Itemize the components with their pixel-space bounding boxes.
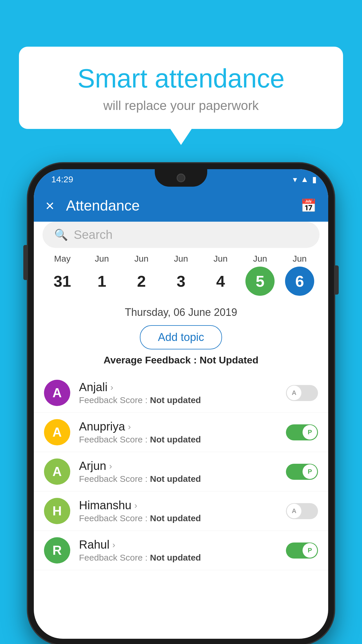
student-avatar: A — [44, 419, 70, 445]
add-topic-button[interactable]: Add topic — [140, 325, 222, 349]
search-icon: 🔍 — [54, 228, 68, 241]
calendar-day[interactable]: Jun5 — [245, 254, 275, 296]
calendar-date-number[interactable]: 5 — [245, 267, 275, 296]
calendar-month-label: May — [54, 254, 71, 264]
signal-icon: ▲ — [301, 175, 309, 184]
calendar-month-label: Jun — [134, 254, 148, 264]
app-bar: × Attendance 📅 — [34, 190, 328, 222]
calendar-day[interactable]: Jun4 — [206, 254, 235, 296]
speech-bubble-container: Smart attendance will replace your paper… — [19, 47, 343, 129]
attendance-toggle-wrapper[interactable]: P — [286, 424, 318, 440]
student-info: Himanshu ›Feedback Score : Not updated — [79, 499, 277, 523]
toggle-knob: P — [303, 543, 317, 558]
avg-feedback: Average Feedback : Not Updated — [34, 354, 328, 366]
avg-feedback-value: Not Updated — [200, 354, 259, 365]
battery-icon: ▮ — [312, 175, 317, 184]
bubble-subtitle: will replace your paperwork — [39, 98, 323, 113]
status-icons: ▾ ▲ ▮ — [293, 175, 317, 184]
student-item[interactable]: HHimanshu ›Feedback Score : Not updatedA — [34, 491, 328, 531]
attendance-toggle-wrapper[interactable]: P — [286, 542, 318, 559]
calendar-day[interactable]: Jun2 — [127, 254, 156, 296]
student-feedback: Feedback Score : Not updated — [79, 435, 277, 444]
speech-bubble: Smart attendance will replace your paper… — [19, 47, 343, 129]
chevron-right-icon: › — [110, 382, 113, 392]
calendar-day[interactable]: Jun6 — [285, 254, 314, 296]
attendance-toggle[interactable]: P — [286, 542, 318, 559]
close-button[interactable]: × — [45, 198, 54, 213]
student-avatar: R — [44, 537, 70, 564]
selected-date-label: Thursday, 06 June 2019 — [34, 306, 328, 318]
student-name: Anjali › — [79, 381, 277, 394]
calendar-date-number[interactable]: 31 — [48, 267, 77, 296]
chevron-right-icon: › — [134, 501, 137, 510]
calendar-date-number[interactable]: 6 — [285, 267, 314, 296]
app-title: Attendance — [66, 197, 301, 214]
attendance-toggle-wrapper[interactable]: A — [286, 385, 318, 401]
chevron-right-icon: › — [109, 461, 112, 471]
student-feedback: Feedback Score : Not updated — [79, 395, 277, 405]
calendar-day[interactable]: May31 — [48, 254, 77, 296]
bubble-title: Smart attendance — [39, 64, 323, 93]
student-list: AAnjali ›Feedback Score : Not updatedAAA… — [34, 373, 328, 639]
attendance-toggle[interactable]: P — [286, 424, 318, 440]
phone-screen: 14:29 ▾ ▲ ▮ × Attendance 📅 🔍 Search Ma — [34, 169, 328, 639]
phone-frame: 14:29 ▾ ▲ ▮ × Attendance 📅 🔍 Search Ma — [28, 163, 334, 644]
calendar-date-number[interactable]: 4 — [206, 267, 235, 296]
attendance-toggle-wrapper[interactable]: P — [286, 464, 318, 480]
student-info: Anupriya ›Feedback Score : Not updated — [79, 420, 277, 444]
student-info: Anjali ›Feedback Score : Not updated — [79, 381, 277, 405]
student-item[interactable]: AAnupriya ›Feedback Score : Not updatedP — [34, 413, 328, 452]
calendar-month-label: Jun — [213, 254, 227, 264]
phone-notch — [155, 169, 207, 187]
calendar-month-label: Jun — [174, 254, 188, 264]
student-avatar: A — [44, 459, 70, 485]
avg-feedback-prefix: Average Feedback : — [103, 354, 199, 365]
search-bar[interactable]: 🔍 Search — [43, 222, 319, 248]
calendar-date-number[interactable]: 1 — [87, 267, 117, 296]
calendar-date-number[interactable]: 3 — [166, 267, 196, 296]
attendance-toggle-wrapper[interactable]: A — [286, 503, 318, 519]
search-placeholder: Search — [74, 228, 113, 242]
student-item[interactable]: AAnjali ›Feedback Score : Not updatedA — [34, 373, 328, 413]
toggle-knob: A — [287, 504, 301, 518]
attendance-toggle[interactable]: A — [286, 503, 318, 519]
student-feedback: Feedback Score : Not updated — [79, 553, 277, 563]
toggle-knob: P — [303, 464, 317, 479]
calendar-day[interactable]: Jun3 — [166, 254, 196, 296]
calendar-day[interactable]: Jun1 — [87, 254, 117, 296]
phone-outer: 14:29 ▾ ▲ ▮ × Attendance 📅 🔍 Search Ma — [28, 163, 334, 644]
calendar-row: May31Jun1Jun2Jun3Jun4Jun5Jun6 — [34, 254, 328, 296]
student-name: Anupriya › — [79, 420, 277, 433]
calendar-month-label: Jun — [293, 254, 307, 264]
student-avatar: H — [44, 498, 70, 524]
calendar-month-label: Jun — [253, 254, 267, 264]
student-info: Rahul ›Feedback Score : Not updated — [79, 538, 277, 563]
student-item[interactable]: AArjun ›Feedback Score : Not updatedP — [34, 452, 328, 491]
calendar-date-number[interactable]: 2 — [127, 267, 156, 296]
student-feedback: Feedback Score : Not updated — [79, 474, 277, 484]
student-feedback: Feedback Score : Not updated — [79, 513, 277, 523]
student-name: Rahul › — [79, 538, 277, 551]
toggle-knob: P — [303, 425, 317, 440]
student-item[interactable]: RRahul ›Feedback Score : Not updatedP — [34, 531, 328, 570]
calendar-icon[interactable]: 📅 — [301, 198, 317, 213]
student-name: Himanshu › — [79, 499, 277, 512]
student-name: Arjun › — [79, 459, 277, 473]
chevron-right-icon: › — [113, 540, 115, 550]
calendar-month-label: Jun — [95, 254, 109, 264]
chevron-right-icon: › — [128, 422, 131, 432]
student-avatar: A — [44, 380, 70, 406]
status-time: 14:29 — [45, 174, 73, 184]
wifi-icon: ▾ — [293, 175, 297, 184]
student-info: Arjun ›Feedback Score : Not updated — [79, 459, 277, 484]
toggle-knob: A — [287, 386, 301, 400]
attendance-toggle[interactable]: P — [286, 464, 318, 480]
notch-camera — [177, 174, 185, 182]
attendance-toggle[interactable]: A — [286, 385, 318, 401]
